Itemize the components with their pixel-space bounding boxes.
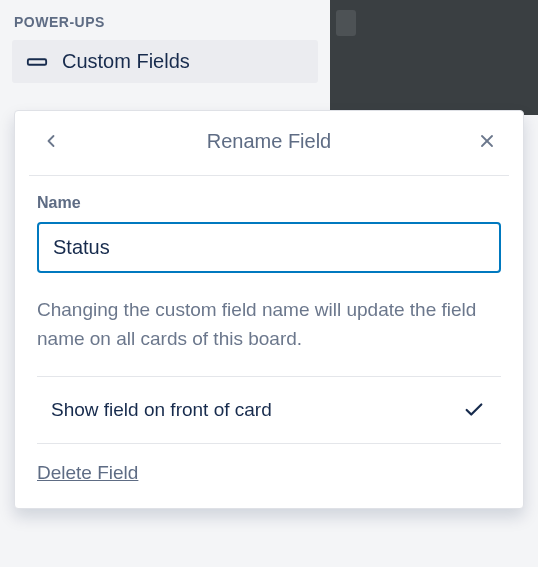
name-input[interactable] — [37, 222, 501, 273]
sidebar: POWER-UPS Custom Fields — [0, 0, 330, 93]
close-button[interactable] — [471, 125, 503, 157]
delete-field-link[interactable]: Delete Field — [37, 462, 138, 483]
back-button[interactable] — [35, 125, 67, 157]
close-icon — [477, 131, 497, 151]
rename-field-popover: Rename Field Name Changing the custom fi… — [14, 110, 524, 509]
popover-header: Rename Field — [29, 111, 509, 175]
popover-title: Rename Field — [207, 130, 332, 153]
show-on-front-toggle[interactable]: Show field on front of card — [37, 377, 501, 444]
svg-rect-0 — [28, 59, 46, 65]
chevron-left-icon — [41, 131, 61, 151]
field-icon — [26, 51, 48, 73]
section-header-powerups: POWER-UPS — [14, 14, 318, 30]
name-label: Name — [37, 194, 501, 212]
toggle-label: Show field on front of card — [51, 399, 272, 421]
help-text: Changing the custom field name will upda… — [37, 295, 501, 377]
background-panel — [330, 0, 538, 115]
sidebar-item-custom-fields[interactable]: Custom Fields — [12, 40, 318, 83]
check-icon — [463, 399, 495, 421]
sidebar-item-label: Custom Fields — [62, 50, 190, 73]
